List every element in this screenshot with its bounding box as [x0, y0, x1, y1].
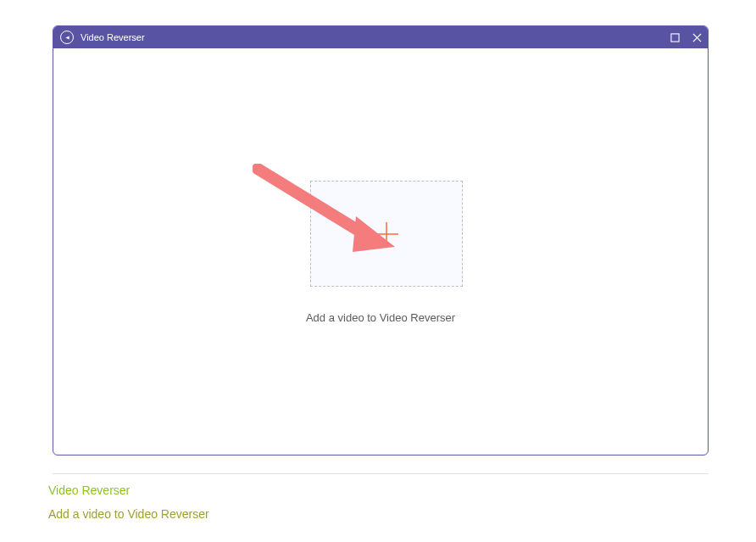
content-area: Add a video to Video Reverser — [59, 48, 702, 449]
titlebar: Video Reverser — [53, 26, 708, 48]
svg-marker-0 — [65, 36, 69, 39]
dropzone-caption: Add a video to Video Reverser — [59, 311, 702, 324]
add-video-dropzone[interactable] — [310, 181, 463, 287]
maximize-button[interactable] — [669, 31, 681, 43]
app-window: Video Reverser A — [53, 25, 709, 455]
window-title: Video Reverser — [81, 32, 145, 42]
caption-line-2: Add a video to Video Reverser — [48, 507, 209, 521]
window-controls — [669, 26, 703, 48]
play-circle-icon — [60, 31, 74, 44]
divider — [53, 473, 709, 474]
close-button[interactable] — [691, 31, 703, 43]
svg-rect-1 — [670, 33, 678, 41]
caption-line-1: Video Reverser — [48, 483, 130, 497]
plus-icon — [371, 219, 402, 249]
